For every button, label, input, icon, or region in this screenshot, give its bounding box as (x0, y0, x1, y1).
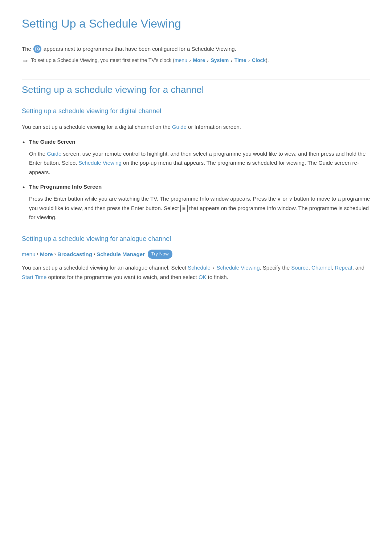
try-now-badge[interactable]: Try Now (148, 250, 172, 259)
subsection1-title: Setting up a schedule viewing for digita… (22, 106, 370, 116)
schedule-link[interactable]: Schedule (188, 264, 211, 271)
list-item-programme-info: The Programme Info Screen Press the Ente… (29, 182, 370, 222)
source-link[interactable]: Source (291, 264, 309, 271)
repeat-link[interactable]: Repeat (335, 264, 352, 271)
breadcrumb-schedule-manager[interactable]: Schedule Manager (97, 250, 145, 259)
schedule-clock-icon (33, 45, 41, 53)
nav-more-link[interactable]: More (193, 57, 205, 63)
breadcrumb-broadcasting[interactable]: Broadcasting (57, 250, 92, 259)
section1-title: Setting up a schedule viewing for a chan… (22, 79, 370, 98)
digital-intro-text: You can set up a schedule viewing for a … (22, 122, 370, 132)
schedule-viewing-link-analogue[interactable]: Schedule Viewing (217, 264, 260, 271)
subsection-digital-channel: Setting up a schedule viewing for digita… (22, 106, 370, 222)
schedule-viewing-link-guide[interactable]: Schedule Viewing (78, 160, 122, 166)
start-time-link[interactable]: Start Time (22, 274, 46, 280)
pencil-icon: ✏ (23, 57, 28, 66)
up-arrow-icon: ∧ (277, 195, 281, 203)
bullet-heading-info: The Programme Info Screen (29, 182, 370, 191)
intro-text-before: The (22, 45, 31, 53)
analogue-breadcrumb: menu › More › Broadcasting › Schedule Ma… (22, 250, 370, 259)
analogue-body-text: You can set up a scheduled viewing for a… (22, 263, 370, 282)
nav-system-link[interactable]: System (211, 57, 229, 63)
breadcrumb-menu[interactable]: menu (22, 250, 36, 259)
breadcrumb-chevron3: › (94, 250, 95, 258)
calendar-icon: ⊞ (180, 205, 188, 212)
intro-note-line: ✏ To set up a Schedule Viewing, you must… (23, 56, 370, 66)
intro-text-after: appears next to programmes that have bee… (44, 45, 236, 53)
page-title: Setting Up a Schedule Viewing (22, 15, 370, 36)
breadcrumb-chevron1: › (37, 250, 38, 258)
nav-clock-link[interactable]: Clock (252, 57, 266, 63)
guide-link-intro[interactable]: Guide (172, 124, 187, 130)
digital-bullet-list: The Guide Screen On the Guide screen, us… (22, 138, 370, 222)
breadcrumb-more[interactable]: More (40, 250, 53, 259)
bullet-body-guide: On the Guide screen, use your remote con… (29, 149, 370, 177)
nav-menu-link[interactable]: menu (175, 57, 187, 63)
bullet-heading-guide: The Guide Screen (29, 138, 370, 146)
body-chevron: › (213, 265, 214, 271)
channel-link[interactable]: Channel (311, 264, 332, 271)
intro-main-line: The appears next to programmes that have… (22, 45, 370, 53)
guide-link-body[interactable]: Guide (47, 151, 61, 157)
down-arrow-icon: ∨ (289, 195, 293, 203)
breadcrumb-chevron2: › (54, 250, 56, 258)
subsection-analogue-channel: Setting up a schedule viewing for analog… (22, 234, 370, 282)
intro-section: The appears next to programmes that have… (22, 45, 370, 66)
list-item-guide-screen: The Guide Screen On the Guide screen, us… (29, 138, 370, 177)
svg-line-2 (37, 49, 38, 50)
subsection2-title: Setting up a schedule viewing for analog… (22, 234, 370, 244)
section-schedule-viewing-channel: Setting up a schedule viewing for a chan… (22, 79, 370, 282)
ok-link[interactable]: OK (199, 274, 207, 280)
nav-time-link[interactable]: Time (234, 57, 246, 63)
bullet-body-info: Press the Enter button while you are wat… (29, 194, 370, 222)
intro-note-text: To set up a Schedule Viewing, you must f… (31, 56, 269, 65)
